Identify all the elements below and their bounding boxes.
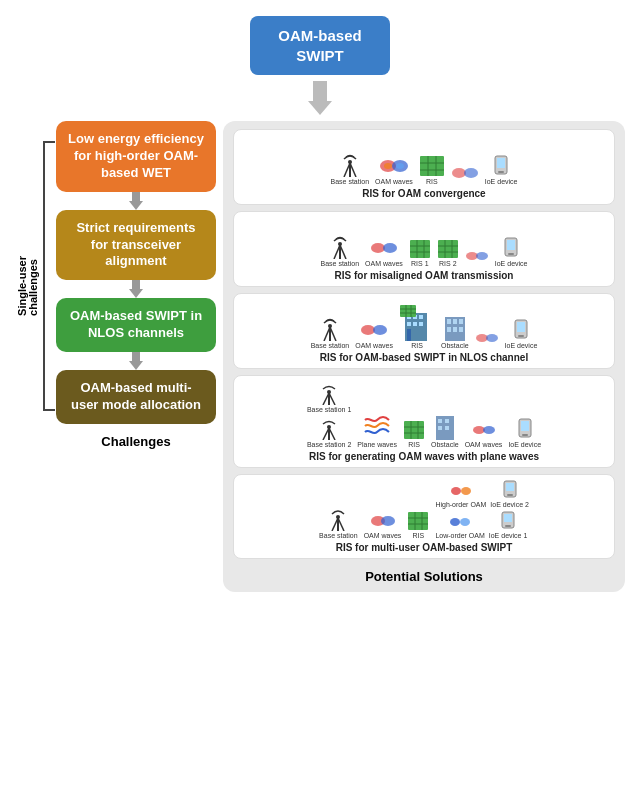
sol5-bs-label: Base station [319,532,358,539]
sol3-oam: OAM waves [355,319,393,349]
sol1-ioe: IoE device [485,155,518,185]
sol3-label: RIS for OAM-based SWIPT in NLOS channel [242,352,606,363]
sol5-oam-label: OAM waves [364,532,402,539]
svg-point-3 [348,160,352,164]
sol5-ioe2: IoE device 2 [490,480,529,508]
sol3-oam2 [475,328,499,349]
sol3-obstacle: Obstacle [441,309,469,349]
sol4-bs1: Base station 1 [307,381,351,413]
svg-rect-8 [420,156,444,176]
sol5-bs: Base station [319,505,358,539]
sol4-bs-group: Base station 1 Base station 2 [307,381,351,448]
svg-rect-38 [508,253,514,255]
sol4-ris-label: RIS [408,441,420,448]
sol5-high-oam-label: High-order OAM [435,501,486,508]
svg-rect-107 [506,483,514,491]
svg-point-5 [384,163,392,169]
sol2-ioe: IoE device [495,237,528,267]
sol2-icons: Base station OAM waves [242,217,606,267]
svg-rect-108 [507,494,513,496]
svg-rect-61 [459,319,463,324]
svg-point-104 [451,487,461,495]
svg-point-98 [381,516,395,526]
sol5-label: RIS for multi-user OAM-based SWIPT [242,542,606,553]
svg-point-66 [486,334,498,342]
svg-rect-64 [459,327,463,332]
sol5-ioe1-label: IoE device 1 [489,532,528,539]
sol2-bs-label: Base station [321,260,360,267]
solution-4: Base station 1 Base station 2 [233,375,615,468]
svg-rect-50 [413,322,417,326]
svg-point-73 [327,390,331,394]
sol5-high-oam: High-order OAM [435,482,486,508]
right-col: Base station OAM waves [223,121,625,592]
sol2-oam: OAM waves [365,237,403,267]
svg-rect-63 [453,327,457,332]
sol4-obstacle: Obstacle [431,412,459,448]
sol2-ris1: RIS 1 [409,239,431,267]
sol2-oam2 [465,246,489,267]
sol4-obstacle-label: Obstacle [431,441,459,448]
sol4-ioe-label: IoE device [508,441,541,448]
sol3-ris-label: RIS [411,342,423,349]
svg-rect-99 [408,512,428,530]
solution-3: Base station OAM waves [233,293,615,369]
oam-title-line1: OAM-based [278,27,361,44]
sol1-oam-waves2 [451,162,479,185]
sol5-ris-label: RIS [413,532,425,539]
svg-point-44 [373,325,387,335]
svg-rect-62 [447,327,451,332]
svg-rect-51 [419,322,423,326]
sol3-bs: Base station [311,313,350,349]
sol4-oam: OAM waves [465,420,503,448]
sol4-plane-label: Plane waves [357,441,397,448]
sol5-high-group: High-order OAM IoE device 2 [435,480,529,508]
sol4-ioe: IoE device [508,418,541,448]
single-user-label: Single-userchallenges [17,256,39,316]
sol1-icons: Base station OAM waves [242,135,606,185]
sol4-icons: Base station 1 Base station 2 [242,381,606,448]
sol2-ris1-label: RIS 1 [411,260,429,267]
sol2-bs: Base station [321,231,360,267]
sol2-ris2-label: RIS 2 [439,260,457,267]
svg-rect-92 [522,434,528,436]
sol3-bs-label: Base station [311,342,350,349]
solution-2: Base station OAM waves [233,211,615,287]
sol5-icons: Base station OAM waves [242,480,606,539]
svg-rect-16 [497,158,505,168]
sol4-plane-waves: Plane waves [357,412,397,448]
svg-point-105 [461,487,471,495]
sol4-bs1-label: Base station 1 [307,406,351,413]
sol1-base-station: Base station [331,149,370,185]
sol5-ioe2-label: IoE device 2 [490,501,529,508]
sol5-ris: RIS [407,511,429,539]
challenges-title: Challenges [101,434,170,449]
challenges-title-area: Challenges [101,432,170,450]
sol4-bs2-label: Base station 2 [307,441,351,448]
svg-rect-24 [410,240,430,258]
solution-5: Base station OAM waves [233,474,615,559]
sol5-low-oam-label: Low-order OAM [435,532,484,539]
svg-rect-59 [447,319,451,324]
oam-swipt-box: OAM-based SWIPT [250,16,390,75]
svg-point-96 [336,515,340,519]
arrow-2-3 [129,280,143,298]
svg-rect-48 [419,315,423,319]
arrow-3-4 [129,352,143,370]
svg-point-23 [383,243,397,253]
sol4-label: RIS for generating OAM waves with plane … [242,451,606,462]
svg-rect-84 [438,419,442,423]
svg-rect-29 [438,240,458,258]
challenge-1: Low energy efficiency for high-order OAM… [56,121,216,192]
svg-point-43 [361,325,375,335]
svg-rect-17 [498,171,504,173]
svg-rect-37 [507,240,515,250]
svg-point-13 [452,168,466,178]
arrow-1-2 [129,192,143,210]
svg-rect-60 [453,319,457,324]
svg-point-89 [483,426,495,434]
top-arrow [308,81,332,115]
svg-point-22 [371,243,385,253]
sol5-low-oam: Low-order OAM [435,513,484,539]
svg-point-109 [450,518,460,526]
